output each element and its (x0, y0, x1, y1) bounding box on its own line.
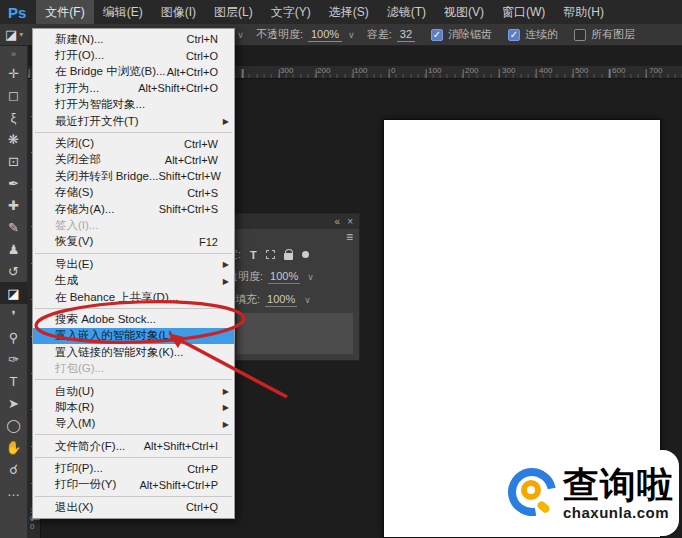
path-selection-tool-icon[interactable]: ➤ (0, 392, 28, 414)
lock-position-icon[interactable] (302, 251, 309, 258)
menubar-item[interactable]: 文字(Y) (262, 0, 320, 24)
zoom-tool-icon[interactable]: ☌ (0, 458, 28, 480)
dodge-tool-icon[interactable]: ⚲ (0, 326, 28, 348)
move-tool-icon[interactable]: ✛ (0, 62, 28, 84)
pen-tool-icon[interactable]: ✑ (0, 348, 28, 370)
type-tool-icon[interactable]: T (0, 370, 28, 392)
menubar-item[interactable]: 滤镜(T) (378, 0, 435, 24)
file-menu-item[interactable]: 新建(N)...Ctrl+N (33, 31, 234, 47)
menu-item-shortcut: Ctrl+S (187, 187, 218, 199)
menubar-item[interactable]: 帮助(H) (554, 0, 613, 24)
file-menu-item[interactable]: 打包(G)... (33, 360, 234, 376)
file-menu-item[interactable]: 打开(O)...Ctrl+O (33, 47, 234, 63)
file-menu-item[interactable]: 生成▶ (33, 272, 234, 288)
menu-bar: Ps 文件(F)编辑(E)图像(I)图层(L)文字(Y)选择(S)滤镜(T)视图… (0, 0, 682, 24)
file-menu-item[interactable]: 自动(U)▶ (33, 383, 234, 399)
checked-checkbox-icon[interactable]: ✓ (508, 29, 520, 41)
file-menu-item[interactable]: 关闭并转到 Bridge...Shift+Ctrl+W (33, 168, 234, 184)
file-menu-item[interactable]: 打印一份(Y)Alt+Shift+Ctrl+P (33, 477, 234, 493)
checked-checkbox-icon[interactable]: ✓ (431, 29, 443, 41)
brush-tool-icon[interactable]: ✎ (0, 216, 28, 238)
chaxunla-logo-icon (507, 467, 559, 519)
history-brush-tool-icon[interactable]: ↺ (0, 260, 28, 282)
lasso-tool-icon[interactable]: ξ (0, 106, 28, 128)
menu-item-shortcut: Alt+Shift+Ctrl+O (138, 82, 218, 94)
ruler-label: 200 (317, 66, 330, 75)
file-menu-item[interactable]: 打开为...Alt+Shift+Ctrl+O (33, 80, 234, 96)
file-menu-item[interactable]: 恢复(V)F12 (33, 234, 234, 250)
expand-toolbar-icon[interactable]: » (11, 46, 16, 62)
menu-item-label: 打印(P)... (55, 461, 103, 476)
file-menu-item[interactable]: 打开为智能对象... (33, 97, 234, 113)
file-menu-item[interactable]: 置入嵌入的智能对象(L)... (33, 328, 234, 344)
paint-bucket-tool-icon[interactable]: ◪ (0, 282, 28, 304)
menubar-item[interactable]: 视图(V) (435, 0, 493, 24)
quick-selection-tool-icon[interactable]: ❋ (0, 128, 28, 150)
menubar-item[interactable]: 编辑(E) (94, 0, 152, 24)
file-menu-item[interactable]: 最近打开文件(T)▶ (33, 113, 234, 129)
file-menu-item[interactable]: 搜索 Adobe Stock... (33, 311, 234, 327)
lock-image-pixels-icon[interactable] (266, 250, 275, 259)
marquee-tool-icon[interactable]: ◻ (0, 84, 28, 106)
file-menu-item[interactable]: 关闭全部Alt+Ctrl+W (33, 152, 234, 168)
menu-item-label: 关闭(C) (55, 136, 94, 151)
options-checkboxes: ✓消除锯齿✓连续的所有图层 (415, 27, 635, 42)
file-menu-item[interactable]: 退出(X)Ctrl+Q (33, 499, 234, 515)
file-menu-item[interactable]: 导入(M)▶ (33, 416, 234, 432)
close-panel-icon[interactable]: × (347, 216, 353, 227)
panel-menu-icon[interactable]: ≡ (346, 230, 353, 244)
chevron-down-icon[interactable]: ∨ (307, 272, 314, 282)
opacity-value-field[interactable]: 100% (308, 28, 342, 42)
unchecked-checkbox-icon[interactable] (574, 29, 586, 41)
chevron-down-icon[interactable]: ∨ (304, 295, 311, 305)
file-menu-item[interactable]: 存储为(A)...Shift+Ctrl+S (33, 201, 234, 217)
menu-item-label: 新建(N)... (55, 32, 104, 47)
file-menu-item[interactable]: 在 Behance 上共享(D)... (33, 289, 234, 305)
chevron-down-icon[interactable]: ∨ (348, 30, 355, 40)
more-tools-icon[interactable]: … (0, 480, 28, 502)
tool-preset-picker[interactable]: ◪ ▾ (0, 27, 29, 42)
menubar-item[interactable]: 窗口(W) (493, 0, 554, 24)
collapse-panel-icon[interactable]: « (335, 216, 341, 227)
crop-tool-icon[interactable]: ⊡ (0, 150, 28, 172)
ruler-label: 200 (465, 66, 478, 75)
lock-all-icon[interactable] (284, 253, 293, 260)
ruler-label: 300 (502, 66, 515, 75)
menu-item-label: 置入嵌入的智能对象(L)... (55, 328, 182, 343)
hand-tool-icon[interactable]: ✋ (0, 436, 28, 458)
healing-brush-tool-icon[interactable]: ✚ (0, 194, 28, 216)
option-checkbox[interactable]: ✓消除锯齿 (431, 27, 492, 42)
chevron-down-icon[interactable]: ∨ (237, 30, 244, 40)
layers-fill-value[interactable]: 100% (265, 293, 297, 307)
file-menu-item[interactable]: 关闭(C)Ctrl+W (33, 135, 234, 151)
option-checkbox[interactable]: ✓连续的 (508, 27, 558, 42)
menu-item-label: 自动(U) (55, 384, 94, 399)
eyedropper-tool-icon[interactable]: ✒ (0, 172, 28, 194)
menu-item-label: 最近打开文件(T) (55, 114, 139, 129)
file-menu-item[interactable]: 打印(P)...Ctrl+P (33, 460, 234, 476)
logo-magnifier-lens (521, 480, 541, 500)
menubar-item[interactable]: 图像(I) (152, 0, 205, 24)
menu-item-label: 导出(E) (55, 257, 93, 272)
menu-item-label: 在 Behance 上共享(D)... (55, 290, 178, 305)
checkbox-label: 消除锯齿 (448, 27, 492, 42)
file-menu-item[interactable]: 脚本(R)▶ (33, 399, 234, 415)
menubar-item[interactable]: 选择(S) (320, 0, 378, 24)
watermark-domain: chaxunla.com (563, 504, 669, 521)
tolerance-value-field[interactable]: 32 (397, 28, 415, 42)
file-menu-item[interactable]: 存储(S)Ctrl+S (33, 185, 234, 201)
file-menu-item[interactable]: 导出(E)▶ (33, 256, 234, 272)
clone-stamp-tool-icon[interactable]: ♟ (0, 238, 28, 260)
option-checkbox[interactable]: 所有图层 (574, 27, 635, 42)
file-menu-item[interactable]: 文件简介(F)...Alt+Shift+Ctrl+I (33, 438, 234, 454)
menubar-item[interactable]: 图层(L) (205, 0, 262, 24)
file-menu-item[interactable]: 置入链接的智能对象(K)... (33, 344, 234, 360)
blur-tool-icon[interactable]: ❜ (0, 304, 28, 326)
file-menu-item[interactable]: 签入(I)... (33, 217, 234, 233)
layers-list-area[interactable] (237, 313, 353, 354)
file-menu-item[interactable]: 在 Bridge 中浏览(B)...Alt+Ctrl+O (33, 64, 234, 80)
menubar-item[interactable]: 文件(F) (36, 0, 93, 24)
layers-opacity-value[interactable]: 100% (268, 270, 300, 284)
ellipse-tool-icon[interactable]: ◯ (0, 414, 28, 436)
lock-transparent-pixels-icon[interactable]: T (250, 249, 257, 261)
